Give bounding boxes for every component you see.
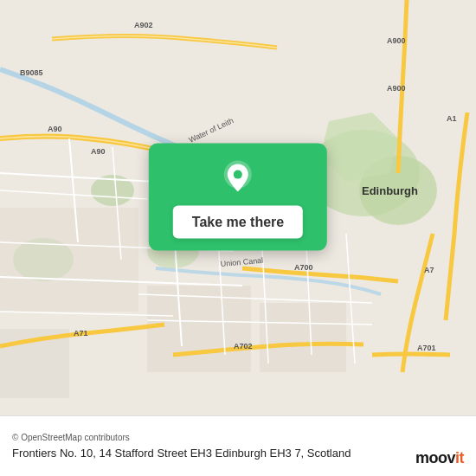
svg-text:A90: A90 bbox=[48, 125, 62, 133]
svg-rect-9 bbox=[147, 286, 251, 372]
svg-text:A701: A701 bbox=[417, 344, 436, 352]
bottom-bar: © OpenStreetMap contributors Frontiers N… bbox=[0, 415, 476, 476]
svg-text:A902: A902 bbox=[134, 21, 153, 29]
moovit-logo-text-it: it bbox=[455, 449, 464, 466]
svg-text:A900: A900 bbox=[387, 84, 406, 93]
svg-text:A702: A702 bbox=[234, 342, 253, 351]
svg-text:A700: A700 bbox=[294, 263, 313, 272]
svg-point-42 bbox=[234, 170, 242, 179]
svg-text:A90: A90 bbox=[91, 147, 106, 156]
svg-text:A7: A7 bbox=[424, 266, 434, 274]
svg-rect-8 bbox=[0, 208, 138, 312]
svg-rect-10 bbox=[260, 303, 346, 372]
green-card: Take me there bbox=[149, 144, 327, 251]
svg-text:A71: A71 bbox=[74, 329, 88, 338]
svg-text:A1: A1 bbox=[447, 114, 457, 123]
moovit-logo: moovit bbox=[415, 449, 464, 467]
button-overlay: Take me there bbox=[149, 144, 327, 251]
location-pin-icon bbox=[219, 159, 257, 197]
svg-text:A900: A900 bbox=[387, 36, 406, 45]
svg-text:Edinburgh: Edinburgh bbox=[362, 184, 418, 197]
map-container: A902 A900 A900 A90 A90 B9085 A1 A7 A700 … bbox=[0, 0, 476, 415]
address-line: Frontiers No. 10, 14 Stafford Street EH3… bbox=[12, 446, 464, 461]
moovit-logo-text-moov: moov bbox=[415, 449, 455, 466]
osm-copyright: © OpenStreetMap contributors bbox=[12, 433, 130, 442]
osm-attribution: © OpenStreetMap contributors bbox=[12, 433, 464, 442]
svg-text:B9085: B9085 bbox=[20, 68, 43, 77]
take-me-there-button[interactable]: Take me there bbox=[173, 206, 303, 239]
